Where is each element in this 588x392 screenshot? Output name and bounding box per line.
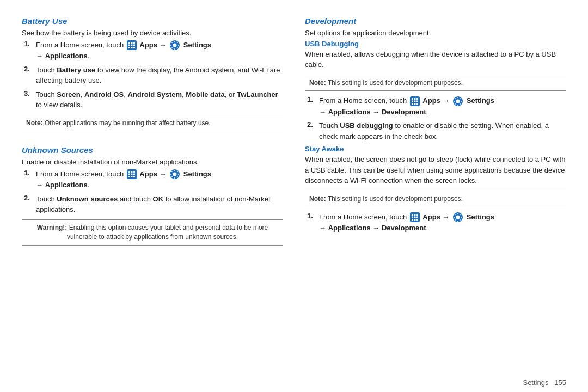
- svg-rect-7: [131, 47, 132, 48]
- settings-gear-icon-2: [169, 169, 180, 180]
- unknown-warning: Warning!: Enabling this option causes yo…: [22, 219, 283, 246]
- svg-rect-8: [133, 47, 135, 48]
- battery-step-1: 1. From a Home screen, touch: [22, 40, 283, 62]
- svg-point-32: [456, 99, 460, 103]
- svg-rect-23: [414, 98, 415, 100]
- svg-rect-5: [133, 45, 135, 46]
- usb-debugging-body: When enabled, allows debugging when the …: [305, 49, 566, 70]
- unknown-step-2: 2. Touch Unknown sources and touch OK to…: [22, 194, 283, 215]
- development-title: Development: [305, 16, 566, 26]
- svg-rect-41: [416, 219, 418, 220]
- svg-rect-39: [412, 219, 413, 220]
- development-section: Development Set options for application …: [305, 16, 566, 237]
- battery-use-intro: See how the battery is being used by dev…: [22, 28, 283, 39]
- battery-step-3: 3. Touch Screen, Android OS, Android Sys…: [22, 89, 283, 111]
- stay-awake-body: When enabled, the screen does not go to …: [305, 154, 566, 186]
- svg-rect-16: [133, 174, 135, 175]
- svg-rect-11: [128, 171, 130, 173]
- svg-point-21: [173, 173, 177, 176]
- svg-rect-34: [414, 214, 415, 216]
- left-column: Battery Use See how the battery is being…: [22, 16, 283, 364]
- apps-grid-icon-2: [127, 169, 137, 179]
- svg-rect-18: [131, 176, 132, 177]
- battery-use-section: Battery Use See how the battery is being…: [22, 16, 283, 136]
- svg-rect-25: [412, 100, 413, 102]
- unknown-sources-intro: Enable or disable installation of non-Ma…: [22, 157, 283, 168]
- battery-note: Note: Other applications may be running …: [22, 115, 283, 132]
- svg-rect-27: [416, 100, 418, 102]
- svg-rect-0: [128, 42, 130, 44]
- svg-point-10: [173, 44, 177, 47]
- svg-rect-22: [412, 98, 413, 100]
- svg-rect-12: [131, 171, 132, 173]
- svg-rect-17: [128, 176, 130, 177]
- development-intro: Set options for application development.: [305, 28, 566, 39]
- footer-label: Settings: [523, 378, 548, 387]
- svg-rect-35: [416, 214, 418, 216]
- svg-rect-24: [416, 98, 418, 100]
- settings-gear-icon-1: [169, 40, 180, 51]
- svg-rect-37: [414, 217, 415, 218]
- page-footer: Settings 155: [0, 375, 588, 392]
- svg-rect-15: [131, 174, 132, 175]
- svg-rect-30: [416, 103, 418, 105]
- stay-awake-note: Note: This setting is used for developme…: [305, 191, 566, 207]
- usb-step-1: 1. From a Home screen, touch: [305, 95, 566, 117]
- svg-rect-19: [133, 176, 135, 177]
- apps-grid-icon-1: [127, 40, 137, 50]
- svg-point-43: [456, 216, 460, 219]
- apps-grid-icon-4: [410, 212, 420, 222]
- svg-rect-6: [128, 47, 130, 48]
- usb-note: Note: This setting is used for developme…: [305, 75, 566, 91]
- svg-rect-28: [412, 103, 413, 105]
- right-column: Development Set options for application …: [305, 16, 566, 364]
- svg-rect-29: [414, 103, 415, 105]
- usb-debugging-subtitle: USB Debugging: [305, 40, 566, 48]
- svg-rect-3: [128, 45, 130, 46]
- settings-gear-icon-4: [452, 212, 463, 223]
- svg-rect-36: [412, 217, 413, 218]
- svg-rect-33: [412, 214, 413, 216]
- usb-step-2: 2. Touch USB debugging to enable or disa…: [305, 120, 566, 142]
- unknown-sources-title: Unknown Sources: [22, 145, 283, 155]
- svg-rect-14: [128, 174, 130, 175]
- settings-gear-icon-3: [452, 96, 463, 107]
- svg-rect-2: [133, 42, 135, 44]
- svg-rect-38: [416, 217, 418, 218]
- svg-rect-26: [414, 100, 415, 102]
- battery-use-title: Battery Use: [22, 16, 283, 26]
- unknown-step-1: 1. From a Home screen, touch: [22, 169, 283, 191]
- battery-step-2: 2. Touch Battery use to view how the dis…: [22, 65, 283, 86]
- stay-awake-step-1: 1. From a Home screen, touch: [305, 212, 566, 234]
- svg-rect-40: [414, 219, 415, 220]
- svg-rect-13: [133, 171, 135, 173]
- page-content: Battery Use See how the battery is being…: [0, 0, 588, 375]
- svg-rect-4: [131, 45, 132, 46]
- unknown-sources-section: Unknown Sources Enable or disable instal…: [22, 145, 283, 249]
- footer-page: 155: [554, 378, 566, 387]
- svg-rect-1: [131, 42, 132, 44]
- stay-awake-subtitle: Stay Awake: [305, 145, 566, 153]
- apps-grid-icon-3: [410, 96, 420, 106]
